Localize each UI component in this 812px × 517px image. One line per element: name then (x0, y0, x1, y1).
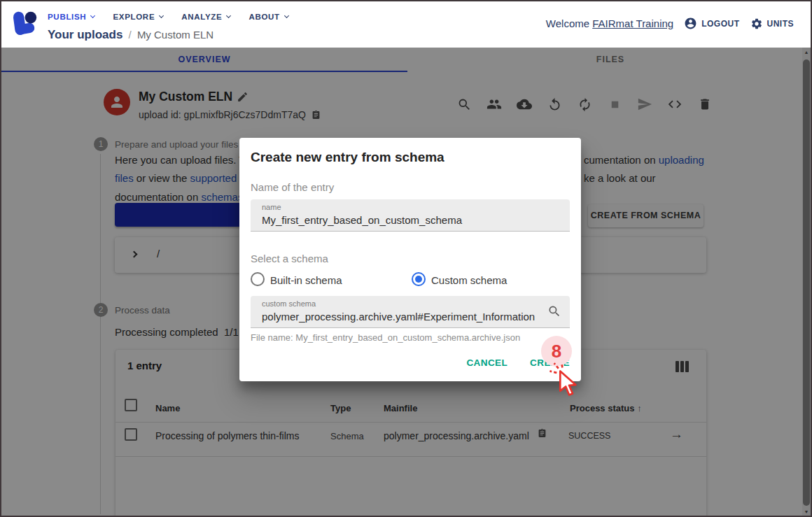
app-bar: PUBLISH EXPLORE ANALYZE ABOUT Your uploa… (1, 1, 811, 48)
chevron-down-icon (90, 13, 95, 18)
nomad-upload-window: PUBLISH EXPLORE ANALYZE ABOUT Your uploa… (0, 0, 812, 517)
file-name-caption: File name: My_first_entry_based_on_custo… (251, 332, 520, 343)
user-link[interactable]: FAIRmat Training (592, 17, 673, 29)
entry-name-input[interactable]: name My_first_entry_based_on_custom_sche… (251, 199, 570, 232)
units-button[interactable]: UNITS (750, 17, 794, 30)
schema-section-label: Select a schema (251, 253, 328, 264)
nomad-logo-icon (11, 10, 38, 37)
logout-button[interactable]: LOGOUT (684, 17, 739, 30)
gear-icon (750, 17, 763, 30)
nav-publish[interactable]: PUBLISH (48, 13, 94, 21)
tutorial-cursor-icon (549, 362, 577, 399)
breadcrumb-current: My Custom ELN (137, 29, 214, 41)
breadcrumb: Your uploads / My Custom ELN (48, 28, 214, 42)
builtin-schema-label[interactable]: Built-in schema (270, 274, 342, 286)
dialog-title: Create new entry from schema (251, 150, 444, 165)
builtin-schema-radio[interactable] (251, 272, 265, 286)
schema-search-icon[interactable] (547, 304, 561, 318)
name-section-label: Name of the entry (251, 181, 334, 193)
nav-analyze[interactable]: ANALYZE (181, 13, 230, 21)
welcome-text: Welcome FAIRmat Training (546, 17, 673, 29)
app-bar-actions: Welcome FAIRmat Training LOGOUT UNITS (546, 17, 794, 30)
chevron-down-icon (159, 13, 164, 18)
chevron-down-icon (226, 13, 231, 18)
custom-schema-label[interactable]: Custom schema (431, 274, 507, 286)
account-icon (684, 17, 697, 30)
breadcrumb-your-uploads[interactable]: Your uploads (48, 28, 122, 41)
cancel-button[interactable]: CANCEL (466, 357, 507, 368)
create-entry-dialog: Create new entry from schema Name of the… (239, 138, 581, 381)
chevron-down-icon (284, 13, 289, 18)
custom-schema-radio[interactable] (412, 272, 426, 286)
nav-explore[interactable]: EXPLORE (113, 13, 163, 21)
nav-about[interactable]: ABOUT (248, 13, 288, 21)
main-nav: PUBLISH EXPLORE ANALYZE ABOUT (48, 13, 288, 21)
custom-schema-input[interactable]: custom schema polymer_processing.archive… (251, 296, 570, 328)
